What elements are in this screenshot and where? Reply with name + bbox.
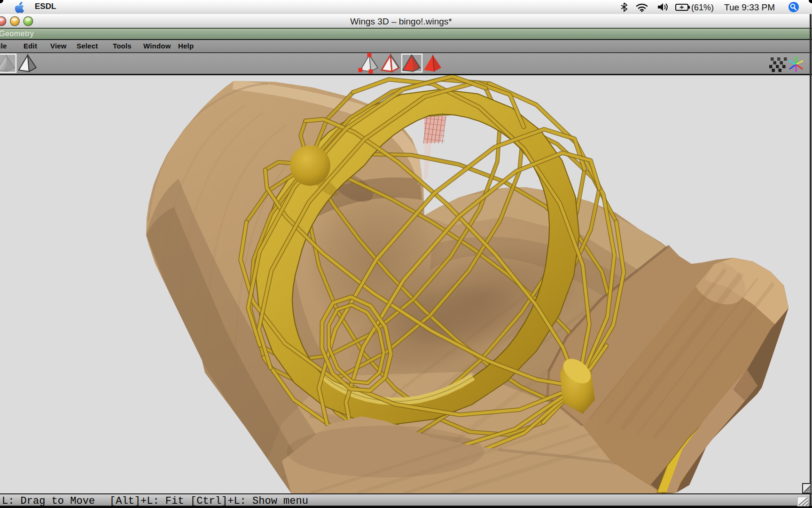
svg-text:(61%): (61%)	[691, 3, 714, 12]
svg-text:Tue 9:33 PM: Tue 9:33 PM	[724, 2, 775, 12]
